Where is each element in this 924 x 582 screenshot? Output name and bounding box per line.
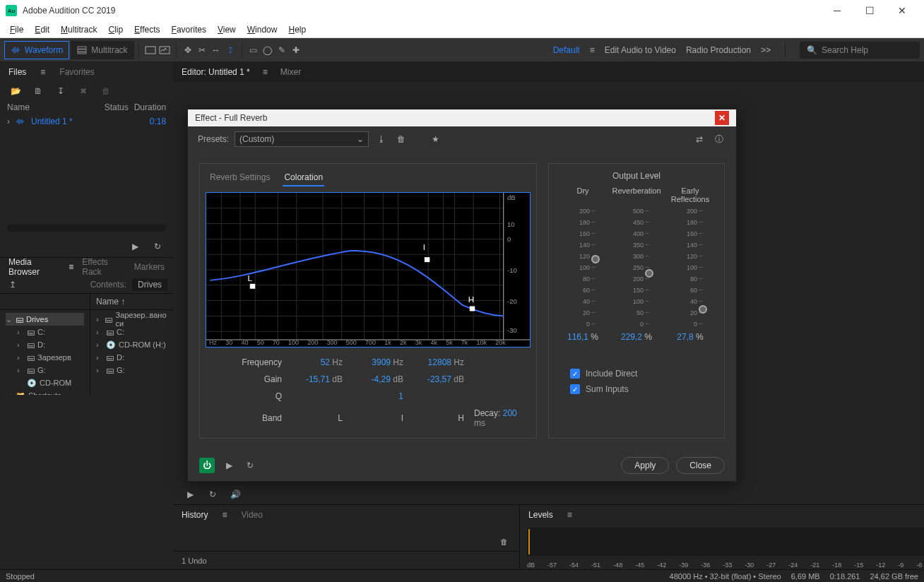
dry-value[interactable]: 116,1 <box>567 332 588 342</box>
files-menu-icon[interactable]: ≡ <box>40 67 45 77</box>
insert-icon[interactable]: ↧ <box>54 84 68 98</box>
menu-view[interactable]: View <box>212 25 242 35</box>
move-tool[interactable]: ✥ <box>181 43 195 57</box>
hud-button[interactable] <box>143 43 158 57</box>
menu-multitrack[interactable]: Multitrack <box>55 25 102 35</box>
levels-tab[interactable]: Levels <box>528 510 553 520</box>
dry-slider[interactable]: 200180160140120100806040200 <box>569 208 597 328</box>
history-tab[interactable]: History <box>182 510 208 520</box>
gang-icon[interactable]: ⇄ <box>692 132 706 146</box>
close-window-button[interactable]: ✕ <box>886 0 918 21</box>
tree-drive-g[interactable]: ›🖴 G: <box>6 364 84 376</box>
workspace-edit-audio[interactable]: Edit Audio to Video <box>605 45 676 55</box>
close-file-icon[interactable]: ✖ <box>76 84 90 98</box>
tree-drive-d[interactable]: ›🖴 D: <box>6 338 84 351</box>
media-menu-icon[interactable]: ≡ <box>69 262 73 272</box>
waveform-mode-button[interactable]: Waveform <box>4 41 69 59</box>
multitrack-mode-button[interactable]: Multitrack <box>71 41 134 59</box>
media-col-name[interactable]: Name <box>96 297 119 307</box>
tab-reverb-settings[interactable]: Reverb Settings <box>208 170 271 186</box>
transport-volume-icon[interactable]: 🔊 <box>228 487 242 501</box>
workspace-default[interactable]: Default <box>553 45 580 55</box>
apply-button[interactable]: Apply <box>621 457 669 474</box>
workspace-menu-icon[interactable]: ≡ <box>590 45 595 55</box>
history-menu-icon[interactable]: ≡ <box>222 510 227 520</box>
mixer-tab[interactable]: Mixer <box>280 67 301 77</box>
preview-loop-button[interactable]: ↻ <box>243 458 257 473</box>
preview-loop-icon[interactable]: ↻ <box>150 239 165 254</box>
early-value[interactable]: 27,8 <box>677 332 693 342</box>
levels-menu-icon[interactable]: ≡ <box>567 510 572 520</box>
trash-icon[interactable]: 🗑 <box>99 84 113 98</box>
search-help-box[interactable]: 🔍 Search Help <box>800 42 920 59</box>
menu-window[interactable]: Window <box>242 25 283 35</box>
freq-l[interactable]: 52 <box>321 357 330 367</box>
tab-coloration[interactable]: Coloration <box>283 170 324 186</box>
open-file-icon[interactable]: 📂 <box>8 84 23 98</box>
media-item[interactable]: ›🖴 Зарезер..вано си <box>96 313 167 326</box>
favorites-tab[interactable]: Favorites <box>59 67 94 77</box>
marquee-tool[interactable]: ▭ <box>247 43 261 57</box>
reverb-value[interactable]: 229,2 <box>621 332 642 342</box>
markers-tab[interactable]: Markers <box>134 262 165 272</box>
media-up-icon[interactable]: ↥ <box>6 278 20 292</box>
maximize-button[interactable]: ☐ <box>853 0 886 21</box>
menu-clip[interactable]: Clip <box>102 25 129 35</box>
tree-shortcuts[interactable]: ›📁 Shortcuts <box>6 389 84 395</box>
dialog-titlebar[interactable]: Effect - Full Reverb ✕ <box>188 109 736 126</box>
spectral-button[interactable] <box>158 43 172 57</box>
save-preset-icon[interactable]: ⭳ <box>374 132 389 146</box>
workspace-more[interactable]: >> <box>761 45 771 55</box>
sum-inputs-checkbox[interactable]: ✓Sum Inputs <box>556 384 717 394</box>
tree-drive-cd[interactable]: 💿 CD-ROM <box>6 376 84 389</box>
minimize-button[interactable]: ─ <box>821 0 853 21</box>
effect-power-button[interactable]: ⏻ <box>199 458 215 473</box>
media-item[interactable]: ›💿 CD-ROM (H:) <box>96 338 167 351</box>
menu-help[interactable]: Help <box>283 25 312 35</box>
media-item[interactable]: ›🖴 D: <box>96 351 167 364</box>
slip-tool[interactable]: ↔ <box>209 43 223 57</box>
info-icon[interactable]: ⓘ <box>712 132 726 146</box>
editor-tab[interactable]: Editor: Untitled 1 * <box>182 67 250 77</box>
gain-i[interactable]: -4,29 <box>372 374 391 384</box>
freq-i[interactable]: 3909 <box>372 357 391 367</box>
time-selection-tool[interactable]: 𝙸 <box>223 43 237 57</box>
workspace-radio[interactable]: Radio Production <box>686 45 751 55</box>
files-tab[interactable]: Files <box>8 67 26 77</box>
menu-favorites[interactable]: Favorites <box>166 25 212 35</box>
decay-value[interactable]: 200 <box>503 408 517 418</box>
include-direct-checkbox[interactable]: ✓Include Direct <box>556 369 717 379</box>
col-duration[interactable]: Duration <box>134 102 166 112</box>
favorite-icon[interactable]: ★ <box>428 132 442 146</box>
editor-menu-icon[interactable]: ≡ <box>263 67 268 77</box>
preview-play-icon[interactable]: ▶ <box>128 239 142 254</box>
brush-tool[interactable]: ✎ <box>275 43 289 57</box>
delete-preset-icon[interactable]: 🗑 <box>394 132 408 146</box>
transport-loop-icon[interactable]: ↻ <box>206 487 220 501</box>
preview-play-button[interactable]: ▶ <box>222 458 236 473</box>
heal-tool[interactable]: ✚ <box>289 43 303 57</box>
menu-effects[interactable]: Effects <box>129 25 165 35</box>
tree-drive-c[interactable]: ›🖴 C: <box>6 326 84 338</box>
gain-l[interactable]: -15,71 <box>306 374 330 384</box>
tree-drive-res[interactable]: ›🖴 Зарезерв <box>6 351 84 364</box>
col-status[interactable]: Status <box>105 102 129 112</box>
contents-value[interactable]: Drives <box>132 278 167 291</box>
menu-edit[interactable]: Edit <box>29 25 55 35</box>
dialog-close-button[interactable]: ✕ <box>715 111 729 125</box>
gain-h[interactable]: -23,57 <box>427 374 451 384</box>
file-row[interactable]: › Untitled 1 * 0:18 <box>0 114 173 129</box>
razor-tool[interactable]: ✂ <box>195 43 209 57</box>
files-scrollbar[interactable] <box>7 225 166 232</box>
media-browser-tab[interactable]: Media Browser <box>8 257 60 277</box>
early-slider[interactable]: 200180160140120100806040200 <box>676 208 704 328</box>
reverb-slider[interactable]: 500450400350300250200150100500 <box>622 208 651 328</box>
col-name[interactable]: Name <box>7 102 99 112</box>
effects-rack-tab[interactable]: Effects Rack <box>82 257 125 277</box>
video-tab[interactable]: Video <box>241 510 262 520</box>
new-file-icon[interactable]: 🗎 <box>31 84 45 98</box>
close-button[interactable]: Close <box>676 457 725 474</box>
freq-h[interactable]: 12808 <box>428 357 451 367</box>
transport-play-icon[interactable]: ▶ <box>183 487 197 501</box>
presets-dropdown[interactable]: (Custom)⌄ <box>235 131 369 147</box>
